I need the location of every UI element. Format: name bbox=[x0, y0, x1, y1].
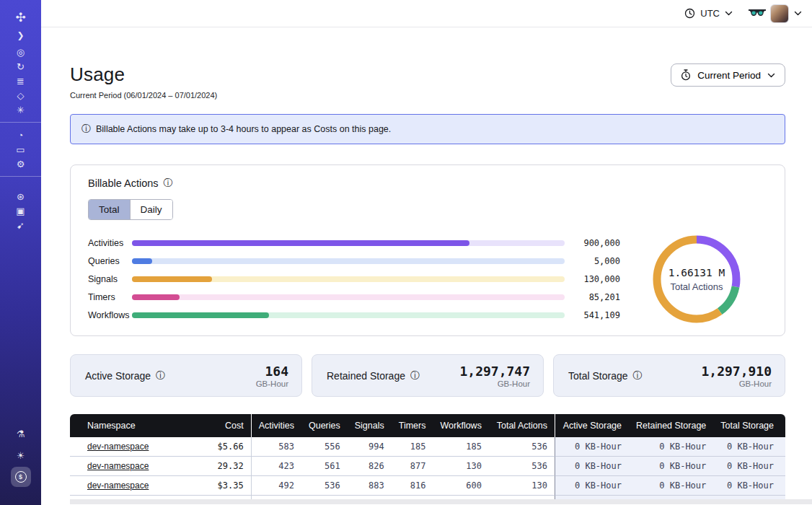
sidebar-item-theme-toggle[interactable]: ☀ bbox=[0, 444, 41, 466]
account-menu[interactable] bbox=[770, 4, 802, 23]
bar-fill bbox=[132, 294, 180, 300]
cell-active-storage: 0 KB-Hour bbox=[555, 476, 629, 496]
cell-workflows: 130 bbox=[433, 457, 488, 476]
table-row: dev-namespace29.324235618268771305360 KB… bbox=[70, 457, 785, 476]
bottom-scrollbar-strip[interactable] bbox=[70, 499, 812, 504]
credits-badge: $ bbox=[11, 467, 31, 487]
temporal-logo-icon: ✣ bbox=[15, 12, 25, 24]
sidebar-item-getting-started[interactable]: ➹ bbox=[0, 218, 41, 232]
tab-total[interactable]: Total bbox=[89, 200, 130, 219]
sidebar-item-usage[interactable]: ◔ bbox=[0, 128, 41, 142]
docs-icon: ▣ bbox=[16, 206, 25, 216]
sidebar-item-nexus[interactable]: ✳ bbox=[0, 102, 41, 117]
timezone-label: UTC bbox=[700, 8, 720, 19]
dev-glasses-icon[interactable] bbox=[749, 9, 766, 19]
sidebar-item-labs[interactable]: ⚗ bbox=[0, 423, 41, 444]
sidebar-item-settings[interactable]: ⚙ bbox=[0, 157, 41, 171]
storage-card-value: 164 bbox=[256, 364, 288, 379]
storage-card-value: 1,297,747 bbox=[459, 364, 530, 379]
storage-card-unit: GB-Hour bbox=[459, 379, 530, 388]
info-icon[interactable]: ⓘ bbox=[164, 177, 173, 190]
cell-retained-storage: 0 KB-Hour bbox=[629, 476, 713, 496]
table-row: dev-namespace$3.354925368838166001300 KB… bbox=[70, 476, 785, 496]
storage-card-active-storage: Active Storage ⓘ164GB-Hour bbox=[70, 354, 302, 397]
sidebar-divider bbox=[0, 122, 41, 123]
bar-label: Queries bbox=[88, 256, 132, 266]
avatar[interactable] bbox=[770, 4, 789, 23]
storage-summary-row: Active Storage ⓘ164GB-HourRetained Stora… bbox=[70, 354, 785, 397]
cell-signals: 994 bbox=[348, 437, 392, 457]
timezone-selector[interactable]: UTC bbox=[684, 8, 733, 19]
sidebar-mid-group: ◔▭⚙ bbox=[0, 128, 41, 171]
cell-queries: 556 bbox=[301, 437, 348, 457]
namespace-link[interactable]: dev-namespace bbox=[87, 480, 149, 491]
info-icon[interactable]: ⓘ bbox=[156, 369, 165, 382]
cell-workflows: 185 bbox=[433, 437, 488, 457]
cell-workflows: 600 bbox=[433, 476, 488, 496]
cell-total-actions: 130 bbox=[489, 476, 555, 496]
storage-card-unit: GB-Hour bbox=[256, 379, 288, 388]
sidebar-item-billing[interactable]: ▭ bbox=[0, 142, 41, 157]
cell-namespace: dev-namespace bbox=[70, 476, 193, 496]
cell-activities: 492 bbox=[251, 476, 301, 496]
sidebar-item-temporal-logo[interactable]: ✣ bbox=[0, 9, 41, 26]
storage-card-value-block: 164GB-Hour bbox=[256, 364, 288, 388]
billable-actions-title: Billable Actions bbox=[88, 177, 159, 189]
sidebar-item-support[interactable]: ⊛ bbox=[0, 189, 41, 203]
bar-track bbox=[132, 294, 565, 300]
bar-track bbox=[132, 276, 565, 282]
cell-queries: 536 bbox=[301, 476, 348, 496]
bar-row-signals: Signals130,000 bbox=[88, 271, 620, 289]
cell-cost: $3.35 bbox=[193, 476, 250, 496]
billable-actions-title-row: Billable Actions ⓘ bbox=[88, 177, 767, 190]
info-icon: ⓘ bbox=[81, 123, 91, 136]
info-icon[interactable]: ⓘ bbox=[633, 369, 643, 382]
billable-bars: Activities900,000Queries5,000Signals130,… bbox=[88, 234, 620, 325]
sidebar-item-credits[interactable]: $ bbox=[0, 466, 41, 488]
column-header-activities: Activities bbox=[251, 414, 301, 437]
namespace-link[interactable]: dev-namespace bbox=[87, 461, 149, 471]
period-selector-label: Current Period bbox=[697, 70, 761, 81]
cell-retained-storage: 0 KB-Hour bbox=[629, 437, 713, 457]
table-row: dev-namespace$5.665835569941851855360 KB… bbox=[70, 437, 785, 457]
getting-started-icon: ➹ bbox=[17, 221, 25, 230]
column-header-total-storage: Total Storage bbox=[713, 414, 785, 437]
deployments-icon: ◇ bbox=[17, 91, 25, 100]
sidebar-item-deployments[interactable]: ◇ bbox=[0, 88, 41, 102]
cell-total-storage: 0 KB-Hour bbox=[713, 437, 785, 457]
page-content: Usage Current Period (06/01/2024 – 07/01… bbox=[41, 27, 812, 504]
column-header-workflows: Workflows bbox=[433, 414, 488, 437]
cell-signals: 826 bbox=[348, 457, 392, 476]
info-banner-text: Billable Actions may take up to 3-4 hour… bbox=[96, 124, 391, 134]
namespace-link[interactable]: dev-namespace bbox=[87, 442, 149, 452]
period-selector-button[interactable]: Current Period bbox=[671, 63, 785, 87]
bar-fill bbox=[132, 258, 152, 264]
column-header-active-storage: Active Storage bbox=[555, 414, 629, 437]
sidebar-divider bbox=[0, 176, 41, 177]
bar-value: 85,201 bbox=[574, 292, 620, 302]
bar-value: 541,109 bbox=[574, 310, 620, 320]
sidebar-item-layers[interactable]: ≣ bbox=[0, 74, 41, 88]
settings-icon: ⚙ bbox=[17, 159, 25, 169]
sidebar-item-schedules[interactable]: ↻ bbox=[0, 59, 41, 74]
info-banner: ⓘ Billable Actions may take up to 3-4 ho… bbox=[70, 114, 785, 144]
bar-fill bbox=[132, 240, 469, 246]
cell-namespace: dev-namespace bbox=[70, 457, 193, 476]
tab-daily[interactable]: Daily bbox=[130, 200, 172, 219]
chevron-down-icon bbox=[794, 11, 802, 16]
bar-value: 130,000 bbox=[574, 274, 620, 284]
bar-fill bbox=[132, 312, 269, 318]
info-icon[interactable]: ⓘ bbox=[410, 369, 420, 382]
clock-icon bbox=[684, 8, 695, 19]
sidebar-item-expand-sidebar[interactable]: ❯ bbox=[0, 26, 41, 45]
labs-icon: ⚗ bbox=[17, 429, 25, 439]
column-header-namespace: Namespace bbox=[70, 414, 193, 437]
cell-active-storage: 0 KB-Hour bbox=[555, 437, 629, 457]
storage-card-value-block: 1,297,747GB-Hour bbox=[459, 364, 530, 388]
storage-card-label: Total Storage ⓘ bbox=[568, 369, 643, 382]
bar-track bbox=[132, 258, 565, 264]
nexus-icon: ✳ bbox=[17, 105, 25, 115]
sidebar-item-namespaces[interactable]: ◎ bbox=[0, 45, 41, 59]
column-header-cost: Cost bbox=[193, 414, 250, 437]
sidebar-item-docs[interactable]: ▣ bbox=[0, 203, 41, 218]
